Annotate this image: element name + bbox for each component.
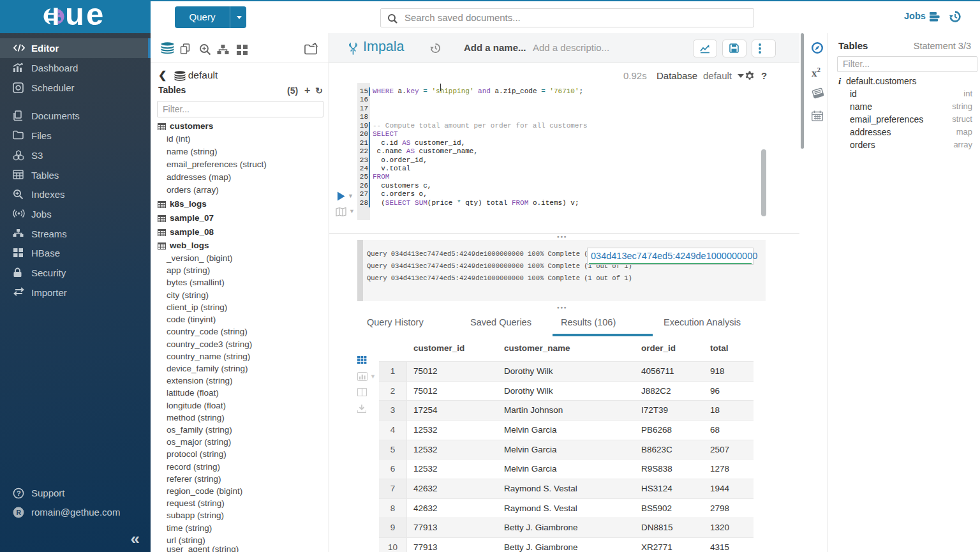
svg-text:ue: ue [65,0,105,31]
svg-text:R: R [17,509,22,516]
svg-text:?: ? [17,489,21,497]
